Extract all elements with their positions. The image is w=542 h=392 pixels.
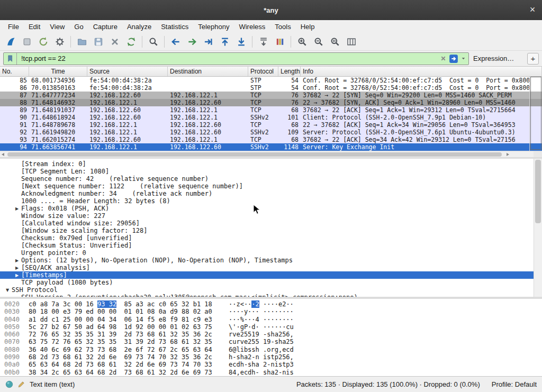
filter-expression-text[interactable]: !tcp.port == 22 bbox=[19, 54, 438, 62]
detail-line[interactable]: [TCP Segment Len: 1080] bbox=[0, 168, 534, 175]
title-bar[interactable]: *any bbox=[0, 0, 542, 20]
hex-row[interactable]: 00a065 63 64 68 2d 73 68 61 32 2d 6e 69 … bbox=[4, 361, 542, 368]
column-header-no[interactable]: No. bbox=[0, 67, 29, 76]
detail-line[interactable]: 1000 .... = Header Length: 32 bytes (8) bbox=[0, 197, 534, 205]
zoom-reset-button[interactable] bbox=[327, 34, 343, 49]
auto-scroll-button[interactable] bbox=[255, 34, 272, 49]
display-filter-input[interactable]: !tcp.port == 22 bbox=[3, 52, 469, 65]
go-back-button[interactable] bbox=[167, 34, 184, 49]
detail-line[interactable]: ▶[SEQ/ACK analysis] bbox=[0, 264, 534, 271]
detail-line[interactable]: ▼SSH Protocol bbox=[0, 286, 534, 294]
packet-row[interactable]: 9171.648789678192.168.122.1192.168.122.6… bbox=[0, 121, 529, 129]
chevron-right-icon[interactable]: ▶ bbox=[13, 258, 21, 263]
hex-row[interactable]: 007063 75 72 76 65 32 35 35 31 39 2d 73 … bbox=[4, 338, 542, 345]
menu-item-view[interactable]: View bbox=[45, 22, 69, 32]
packet-row[interactable]: 8670.013850163fe:54:00:d4:38:2aSTP54Conf… bbox=[0, 84, 529, 92]
column-header-source[interactable]: Source bbox=[87, 67, 168, 76]
restart-capture-button[interactable] bbox=[35, 34, 51, 49]
column-header-length[interactable]: Length bbox=[278, 67, 301, 76]
packet-row[interactable]: 9371.662015274192.168.122.60192.168.122.… bbox=[0, 136, 529, 143]
menu-item-help[interactable]: Help bbox=[296, 22, 320, 32]
packet-row[interactable]: 8971.648191037192.168.122.60192.168.122.… bbox=[0, 106, 529, 114]
detail-line[interactable]: [Checksum Status: Unverified] bbox=[0, 242, 534, 249]
close-window-icon[interactable] bbox=[527, 5, 538, 15]
hex-row[interactable]: 0040a1 dd c1 25 00 00 04 34 06 14 f5 e8 … bbox=[4, 316, 542, 323]
menu-item-telephony[interactable]: Telephony bbox=[193, 22, 234, 32]
details-scrollbar-thumb[interactable] bbox=[535, 160, 541, 223]
stop-capture-button[interactable] bbox=[19, 34, 35, 49]
detail-line[interactable]: TCP payload (1080 bytes) bbox=[0, 279, 534, 286]
hscrollbar-thumb[interactable] bbox=[7, 152, 502, 157]
packet-row[interactable]: 8568.001734936fe:54:00:d4:38:2aSTP54Conf… bbox=[0, 77, 529, 84]
expert-info-icon[interactable] bbox=[5, 380, 13, 388]
menu-item-analyze[interactable]: Analyze bbox=[122, 22, 156, 32]
filter-history-chevron-icon[interactable] bbox=[460, 56, 466, 61]
apply-filter-icon[interactable] bbox=[449, 54, 458, 63]
find-packet-button[interactable] bbox=[145, 34, 161, 49]
expression-button[interactable]: Expression… bbox=[473, 54, 514, 62]
hex-row[interactable]: 009068 2d 73 68 61 32 2d 6e 69 73 74 70 … bbox=[4, 353, 542, 361]
packet-row[interactable]: 9071.648618924192.168.122.60192.168.122.… bbox=[0, 114, 529, 121]
colorize-button[interactable] bbox=[272, 34, 288, 49]
chevron-right-icon[interactable]: ▶ bbox=[13, 273, 21, 278]
detail-line[interactable]: [Stream index: 0] bbox=[0, 160, 534, 168]
column-header-protocol[interactable]: Protocol bbox=[248, 67, 278, 76]
chevron-down-icon[interactable]: ▼ bbox=[3, 288, 12, 293]
menu-item-statistics[interactable]: Statistics bbox=[156, 22, 193, 32]
menu-item-capture[interactable]: Capture bbox=[88, 22, 122, 32]
packet-row[interactable]: 9271.661949820192.168.122.1192.168.122.6… bbox=[0, 129, 529, 136]
go-first-button[interactable] bbox=[216, 34, 233, 49]
detail-line[interactable]: [Next sequence number: 1122 (relative se… bbox=[0, 183, 534, 190]
menu-item-go[interactable]: Go bbox=[69, 22, 88, 32]
go-last-button[interactable] bbox=[233, 34, 249, 49]
menu-item-file[interactable]: File bbox=[3, 22, 24, 32]
capture-comment-icon[interactable] bbox=[17, 380, 25, 388]
add-filter-button[interactable]: + bbox=[527, 53, 539, 65]
column-header-info[interactable]: Info bbox=[301, 67, 542, 76]
detail-line[interactable]: Sequence number: 42 (relative sequence n… bbox=[0, 175, 534, 183]
save-file-button[interactable] bbox=[90, 34, 106, 49]
hex-row[interactable]: 0020c0 a8 7a 3c 00 16 93 32 85 a3 ac c0 … bbox=[4, 300, 542, 308]
packet-list-hscrollbar[interactable] bbox=[0, 151, 542, 157]
go-to-packet-button[interactable] bbox=[200, 34, 216, 49]
packet-row[interactable]: 9471.663856741192.168.122.1192.168.122.6… bbox=[0, 143, 529, 151]
open-file-button[interactable] bbox=[74, 34, 90, 49]
detail-line[interactable]: ▶Flags: 0x018 (PSH, ACK) bbox=[0, 205, 534, 212]
zoom-out-button[interactable] bbox=[310, 34, 327, 49]
detail-line[interactable]: SSH Version 2 (encryption:chacha20-poly1… bbox=[0, 294, 534, 297]
capture-options-button[interactable] bbox=[51, 34, 68, 49]
start-capture-button[interactable] bbox=[2, 34, 19, 49]
detail-line[interactable]: Acknowledgment number: 34 (relative ack … bbox=[0, 190, 534, 197]
scroll-right-icon[interactable] bbox=[507, 153, 509, 156]
chevron-right-icon[interactable]: ▶ bbox=[13, 266, 21, 270]
hex-row[interactable]: 00505c 27 b2 67 50 ad 64 98 1d 92 00 00 … bbox=[4, 323, 542, 331]
detail-line[interactable]: ▶[Timestamps] bbox=[0, 271, 534, 279]
packet-list-scrollbar[interactable] bbox=[529, 77, 542, 151]
scrollbar-thumb[interactable] bbox=[530, 77, 541, 150]
column-header-destination[interactable]: Destination bbox=[168, 67, 248, 76]
packet-row[interactable]: 8771.647777234192.168.122.60192.168.122.… bbox=[0, 92, 529, 99]
hex-row[interactable]: 008036 40 6c 69 62 73 73 68 2e 6f 72 67 … bbox=[4, 346, 542, 353]
clear-filter-icon[interactable] bbox=[440, 55, 447, 62]
hex-row[interactable]: 006072 76 65 32 35 35 31 39 2d 73 68 61 … bbox=[4, 331, 542, 338]
detail-line[interactable]: Window size value: 227 bbox=[0, 212, 534, 220]
detail-line[interactable]: [Window size scaling factor: 128] bbox=[0, 227, 534, 234]
close-file-button[interactable] bbox=[106, 34, 123, 49]
hex-row[interactable]: 00b038 34 2c 65 63 64 68 2d 73 68 61 32 … bbox=[4, 369, 542, 376]
zoom-in-button[interactable] bbox=[294, 34, 310, 49]
detail-line[interactable]: ▶Options: (12 bytes), No-Operation (NOP)… bbox=[0, 257, 534, 264]
packet-details-scrollbar[interactable] bbox=[534, 159, 542, 297]
hex-row[interactable]: 003080 18 00 e3 79 ed 00 00 01 01 08 0a … bbox=[4, 308, 542, 315]
reload-file-button[interactable] bbox=[123, 34, 139, 49]
packet-row[interactable]: 8871.648146932192.168.122.1192.168.122.6… bbox=[0, 99, 529, 106]
menu-item-edit[interactable]: Edit bbox=[24, 22, 45, 32]
detail-line[interactable]: Urgent pointer: 0 bbox=[0, 249, 534, 257]
resize-columns-button[interactable] bbox=[343, 34, 359, 49]
filter-bookmark-icon[interactable] bbox=[6, 53, 17, 65]
detail-line[interactable]: [Calculated window size: 29056] bbox=[0, 220, 534, 227]
go-forward-button[interactable] bbox=[184, 34, 200, 49]
menu-item-tools[interactable]: Tools bbox=[270, 22, 295, 32]
menu-item-wireless[interactable]: Wireless bbox=[234, 22, 270, 32]
profile-button[interactable]: Profile: Default bbox=[492, 380, 537, 388]
chevron-right-icon[interactable]: ▶ bbox=[13, 206, 21, 211]
